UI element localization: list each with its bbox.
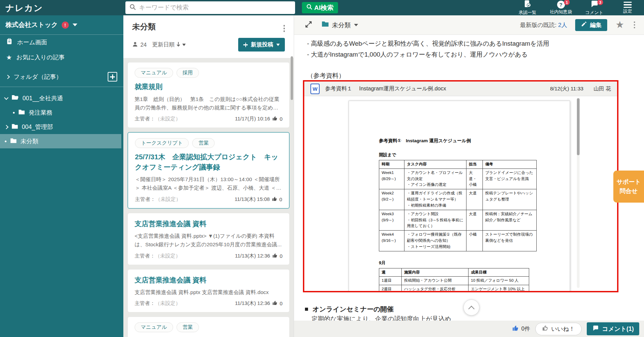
sort-selector[interactable]: 更新日順 xyxy=(152,41,186,48)
card-excerpt: 第1章 総則（目的） 第1条 この規則は○○株式会社の従業員の労働条件、服務規則… xyxy=(135,95,282,112)
table-row: 2週目 ハッシュタグ分析・反応分析 エンゲージメント率 10% 以上 xyxy=(379,285,529,291)
search-input[interactable] xyxy=(139,4,291,11)
folder-label: 004_管理部 xyxy=(22,123,53,131)
list-title: 未分類 xyxy=(132,21,285,32)
folders-heading-label: フォルダ（記事） xyxy=(14,73,62,81)
ai-search-label: AI検索 xyxy=(314,3,334,12)
list-menu-button[interactable] xyxy=(282,24,287,33)
preview-scrollbar-thumb[interactable] xyxy=(577,98,580,155)
article-body: - 高級感のあるWebページと親和性が高く、視覚的訴求に強みのあるInstagr… xyxy=(294,35,644,337)
app-logo[interactable]: ナレカン xyxy=(5,2,43,14)
table-header-cell: 担当 xyxy=(466,160,483,169)
reference-heading: （参考資料） xyxy=(294,71,644,80)
schedule-table: 時期 タスク内容 担当 備考 Week1 (8/29～) ・アカウント名・プロフ… xyxy=(379,160,537,251)
company-name: 株式会社ストック xyxy=(5,20,58,29)
attachment-author: 山田 花 xyxy=(594,85,611,92)
breadcrumb[interactable]: 未分類 xyxy=(322,21,358,29)
like-button[interactable]: いいね！ xyxy=(535,323,582,335)
word-doc-icon: W xyxy=(310,84,320,94)
owner-label: 主管者： xyxy=(135,300,155,307)
card-footer: 主管者： （未設定） 11/13(木) 15:08 0 xyxy=(135,196,282,203)
company-selector[interactable]: 株式会社ストック ! xyxy=(0,15,123,35)
document-preview: 参考資料① Instagram 運用スケジュール例 開設まで 時期 タスク内容 … xyxy=(304,96,617,291)
chevron-right-icon xyxy=(5,75,10,79)
tag-badge[interactable]: 営業 xyxy=(192,138,215,148)
sidebar-item-home[interactable]: ホーム画面 xyxy=(0,35,123,50)
chevron-right-icon xyxy=(4,125,9,129)
article-card[interactable]: マニュアル 採用 就業規則 第1章 総則（目的） 第1条 この規則は○○株式会社… xyxy=(127,62,290,128)
folder-tree: 001__全社共通 発注業務 004_管理部 xyxy=(0,91,123,148)
settings-button[interactable]: 設定 xyxy=(615,0,640,15)
keyword-search-box[interactable] xyxy=(125,1,295,14)
attachment-label: 参考資料１ xyxy=(325,85,352,92)
article-card[interactable]: マニュアル 営業 新規事業企画書 企画書の概要企画名：企業向けオンライン研修プラ… xyxy=(127,317,290,337)
edit-label: 編集 xyxy=(590,21,601,29)
collapse-section-button[interactable] xyxy=(463,299,479,316)
sidebar-item-favorites[interactable]: ★ お気に入りの記事 xyxy=(0,50,123,65)
sidebar-folders-heading[interactable]: フォルダ（記事） xyxy=(0,68,123,87)
card-footer: 主管者： （未設定） 11/17(月) 10:16 0 xyxy=(135,116,282,122)
ai-search-button[interactable]: AI検索 xyxy=(302,2,338,13)
table-header-cell: 施策内容 xyxy=(402,268,469,277)
folder-open-icon xyxy=(12,94,19,102)
favorite-star-button[interactable]: ★ xyxy=(615,20,624,30)
add-folder-button[interactable] xyxy=(108,72,117,82)
article-card[interactable]: 支店営業推進会議 資料 <支店営業推進会議 資料.pptx> ▼(1)ファイルの… xyxy=(127,213,290,265)
list-scrollbar[interactable] xyxy=(291,56,293,100)
folder-icon xyxy=(12,123,18,131)
chiebukuro-badge: 1 xyxy=(564,0,570,5)
owner-label: 主管者： xyxy=(135,253,155,259)
tag-badge[interactable]: トークスクリプト xyxy=(135,138,189,148)
preview-scrollbar-track[interactable] xyxy=(577,98,580,288)
chevron-down-icon xyxy=(73,24,77,26)
article-menu-button[interactable] xyxy=(632,20,637,30)
comment-button[interactable]: コメント(1) xyxy=(587,322,639,335)
chiebukuro-button[interactable]: ? 1 社内知恵袋 xyxy=(549,0,573,15)
article-count: 24 xyxy=(132,41,147,48)
table-row: 1週目 投稿開始・アカウント公開 10 投稿／フォロワー 50 人 xyxy=(379,277,529,285)
star-icon: ★ xyxy=(6,54,12,61)
card-date: 11/13(木) 12:36 xyxy=(235,300,270,307)
thumbs-up-icon xyxy=(272,196,277,203)
expand-icon[interactable] xyxy=(304,20,313,30)
support-tab-line1: サポート xyxy=(616,177,641,187)
owner-value: （未設定） xyxy=(155,196,181,203)
doc-section-heading: 9月 xyxy=(379,260,550,266)
read-count-link[interactable]: 2人 xyxy=(558,22,567,28)
read-status: 最新版の既読: 2人 xyxy=(520,21,567,29)
document-page: 参考資料① Instagram 運用スケジュール例 開設まで 時期 タスク内容 … xyxy=(349,101,570,291)
attachment-filename[interactable]: Instagram運用スケジュール例.docx xyxy=(359,85,446,92)
plus-icon xyxy=(243,43,248,47)
card-like-count: 0 xyxy=(279,196,282,202)
article-text-line: - 高級感のあるWebページと親和性が高く、視覚的訴求に強みのあるInstagr… xyxy=(294,35,644,49)
article-card[interactable]: 支店営業推進会議 資料 支店営業推進会議 資料.pptx 支店営業推進会議 資料… xyxy=(127,269,290,313)
article-card-selected[interactable]: トークスクリプト 営業 25/7/31木 企業認知拡大プロジェクト キックオフミ… xyxy=(127,132,290,209)
edit-button[interactable]: 編集 xyxy=(575,19,607,31)
attachment-date: 8/12(火) 11:33 xyxy=(550,85,583,92)
folder-item-zensha[interactable]: 001__全社共通 xyxy=(0,91,123,105)
card-footer: 主管者： （未設定） 11/13(木) 12:36 0 xyxy=(135,253,282,259)
comments-label: コメント xyxy=(585,10,603,16)
square-bullet-icon xyxy=(305,308,308,311)
clipboard-icon xyxy=(6,38,13,46)
new-post-label: 新規投稿 xyxy=(251,41,273,48)
folder-item-hacchu[interactable]: 発注業務 xyxy=(0,105,123,120)
folder-label: 001__全社共通 xyxy=(22,94,63,102)
tag-badge[interactable]: 採用 xyxy=(177,68,199,78)
tag-badge[interactable]: マニュアル xyxy=(135,68,173,78)
card-title: 支店営業推進会議 資料 xyxy=(135,275,282,285)
support-contact-tab[interactable]: サポート 問合せ xyxy=(613,171,644,203)
tag-badge[interactable]: 営業 xyxy=(177,322,199,332)
new-post-button[interactable]: 新規投稿 xyxy=(238,38,285,52)
breadcrumb-folder-label: 未分類 xyxy=(332,21,351,29)
owner-value: （未設定） xyxy=(155,300,181,307)
card-title: 25/7/31木 企業認知拡大プロジェクト キックオフミーティング議事録 xyxy=(135,152,282,172)
read-status-label: 最新版の既読: xyxy=(520,22,556,28)
comments-button[interactable]: 3 コメント xyxy=(582,0,607,15)
card-like-count: 0 xyxy=(280,116,282,122)
attachment-block-highlighted[interactable]: W 参考資料１ Instagram運用スケジュール例.docx 8/12(火) … xyxy=(303,80,618,292)
folder-item-mibunrui[interactable]: 未分類 xyxy=(0,134,121,148)
folder-item-kanri[interactable]: 004_管理部 xyxy=(0,120,123,134)
tag-badge[interactable]: マニュアル xyxy=(135,322,173,332)
approvals-button[interactable]: 承認一覧 xyxy=(515,0,540,15)
